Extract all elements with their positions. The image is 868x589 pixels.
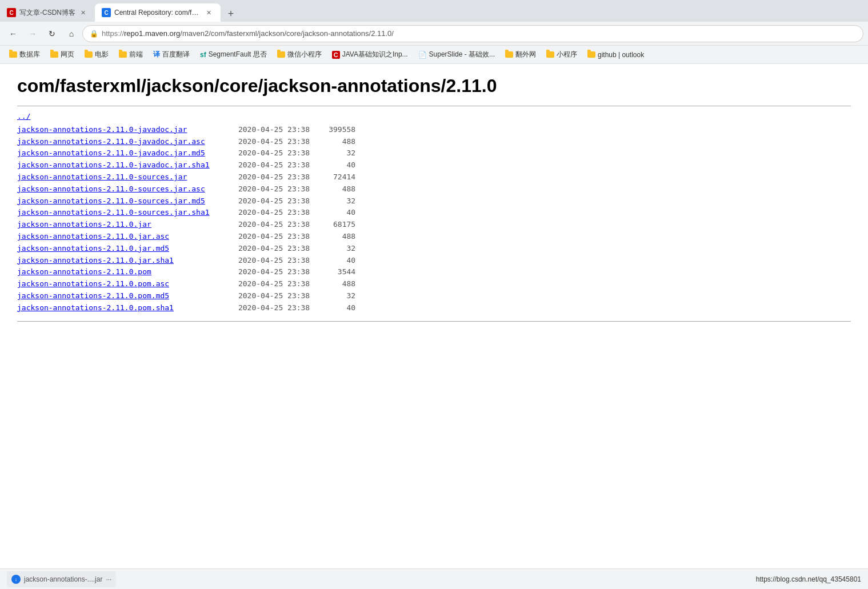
bookmark-webpages[interactable]: 网页: [46, 49, 79, 61]
page-icon: 📄: [418, 51, 427, 59]
file-date: 2020-04-25 23:38: [211, 183, 310, 195]
bookmark-baidu-translate[interactable]: 译 百度翻译: [149, 49, 194, 61]
folder-icon: [505, 51, 513, 58]
file-date: 2020-04-25 23:38: [211, 171, 310, 183]
back-button[interactable]: ←: [5, 25, 22, 42]
file-link[interactable]: jackson-annotations-2.11.0-sources.jar.m…: [17, 195, 211, 207]
file-row: jackson-annotations-2.11.0-javadoc.jar.s…: [17, 159, 851, 171]
folder-icon: [587, 51, 595, 58]
file-row: jackson-annotations-2.11.0-sources.jar.s…: [17, 207, 851, 219]
file-size: 40: [310, 159, 355, 171]
url-domain: repo1.maven.org: [124, 29, 180, 38]
file-size: 488: [310, 136, 355, 148]
bookmark-webpages-label: 网页: [61, 50, 74, 59]
file-size: 488: [310, 183, 355, 195]
folder-icon: [277, 51, 285, 58]
file-size: 68175: [310, 219, 355, 231]
bookmark-github-outlook-label: github | outlook: [598, 51, 644, 59]
forward-button[interactable]: →: [24, 25, 41, 42]
home-button[interactable]: ⌂: [63, 25, 80, 42]
file-row: jackson-annotations-2.11.0-sources.jar 2…: [17, 171, 851, 183]
file-row: jackson-annotations-2.11.0-sources.jar.a…: [17, 183, 851, 195]
bookmark-java-basics-label: JAVA基础知识之Inp...: [342, 50, 408, 59]
file-link[interactable]: jackson-annotations-2.11.0.pom.asc: [17, 278, 211, 290]
file-link[interactable]: jackson-annotations-2.11.0.pom.sha1: [17, 302, 211, 314]
bookmark-superslide[interactable]: 📄 SuperSlide - 基础效...: [414, 49, 499, 61]
tab-bar: C 写文章-CSDN博客 ✕ C Central Repository: com…: [0, 0, 868, 22]
tab-csdn-close[interactable]: ✕: [78, 7, 88, 18]
file-row: jackson-annotations-2.11.0.jar.sha1 2020…: [17, 255, 851, 267]
bookmark-fanwai[interactable]: 翻外网: [501, 49, 541, 61]
file-link[interactable]: jackson-annotations-2.11.0.pom: [17, 266, 211, 278]
file-size: 32: [310, 243, 355, 255]
status-url: https://blog.csdn.net/qq_43545801: [756, 575, 861, 583]
csdn-favicon: C: [7, 8, 16, 17]
file-date: 2020-04-25 23:38: [211, 231, 310, 243]
file-size: 32: [310, 290, 355, 302]
file-size: 399558: [310, 124, 355, 136]
bookmark-wechat-mini[interactable]: 微信小程序: [273, 49, 326, 61]
file-row: jackson-annotations-2.11.0.jar.asc 2020-…: [17, 231, 851, 243]
file-row: jackson-annotations-2.11.0.pom.asc 2020-…: [17, 278, 851, 290]
file-date: 2020-04-25 23:38: [211, 159, 310, 171]
file-row: jackson-annotations-2.11.0-javadoc.jar 2…: [17, 124, 851, 136]
file-link[interactable]: jackson-annotations-2.11.0-javadoc.jar.m…: [17, 147, 211, 159]
download-more[interactable]: ···: [106, 575, 111, 583]
file-link[interactable]: jackson-annotations-2.11.0-javadoc.jar.s…: [17, 159, 211, 171]
file-link[interactable]: jackson-annotations-2.11.0-javadoc.jar.a…: [17, 136, 211, 148]
bookmark-movies[interactable]: 电影: [80, 49, 113, 61]
url-protocol: https://: [102, 29, 124, 38]
file-date: 2020-04-25 23:38: [211, 302, 310, 314]
address-bar[interactable]: 🔒 https://repo1.maven.org/maven2/com/fas…: [82, 25, 863, 42]
sf-icon: sf: [200, 51, 206, 59]
status-bar: ↓ jackson-annotations-....jar ··· https:…: [0, 568, 868, 589]
download-label: jackson-annotations-....jar: [24, 575, 102, 583]
tab-repo[interactable]: C Central Repository: com/fasterxm... ✕: [95, 3, 221, 22]
csdn-icon: C: [332, 51, 340, 59]
new-tab-button[interactable]: +: [223, 6, 239, 22]
file-date: 2020-04-25 23:38: [211, 243, 310, 255]
bookmark-superslide-label: SuperSlide - 基础效...: [429, 50, 495, 59]
file-link[interactable]: jackson-annotations-2.11.0-javadoc.jar: [17, 124, 211, 136]
status-left: ↓ jackson-annotations-....jar ···: [7, 571, 116, 587]
file-size: 3544: [310, 266, 355, 278]
bookmark-databases[interactable]: 数据库: [5, 49, 45, 61]
file-link[interactable]: jackson-annotations-2.11.0.jar: [17, 219, 211, 231]
file-link[interactable]: jackson-annotations-2.11.0.jar.asc: [17, 231, 211, 243]
file-row: jackson-annotations-2.11.0.pom 2020-04-2…: [17, 266, 851, 278]
file-date: 2020-04-25 23:38: [211, 195, 310, 207]
file-link[interactable]: jackson-annotations-2.11.0.jar.sha1: [17, 255, 211, 267]
file-row: jackson-annotations-2.11.0-javadoc.jar.m…: [17, 147, 851, 159]
bookmark-mini-program[interactable]: 小程序: [542, 49, 582, 61]
download-item[interactable]: ↓ jackson-annotations-....jar ···: [7, 571, 116, 587]
file-link[interactable]: jackson-annotations-2.11.0.pom.md5: [17, 290, 211, 302]
file-link[interactable]: jackson-annotations-2.11.0-sources.jar.s…: [17, 207, 211, 219]
bookmark-segmentfault[interactable]: sf SegmentFault 思否: [195, 49, 271, 61]
translate-icon: 译: [153, 50, 160, 59]
reload-button[interactable]: ↻: [43, 25, 61, 42]
tab-repo-close[interactable]: ✕: [203, 7, 214, 18]
file-size: 32: [310, 147, 355, 159]
file-size: 40: [310, 255, 355, 267]
file-date: 2020-04-25 23:38: [211, 278, 310, 290]
file-size: 32: [310, 195, 355, 207]
bookmark-frontend-label: 前端: [129, 50, 143, 59]
tab-csdn[interactable]: C 写文章-CSDN博客 ✕: [0, 3, 95, 22]
browser-chrome: C 写文章-CSDN博客 ✕ C Central Repository: com…: [0, 0, 868, 64]
file-link[interactable]: jackson-annotations-2.11.0-sources.jar: [17, 171, 211, 183]
bookmark-fanwai-label: 翻外网: [515, 50, 536, 59]
bookmark-java-basics[interactable]: C JAVA基础知识之Inp...: [327, 49, 413, 61]
bookmarks-bar: 数据库 网页 电影 前端 译 百度翻译 sf SegmentFault 思否 微…: [0, 46, 868, 64]
nav-bar: ← → ↻ ⌂ 🔒 https://repo1.maven.org/maven2…: [0, 22, 868, 46]
file-link[interactable]: jackson-annotations-2.11.0.jar.md5: [17, 243, 211, 255]
bottom-separator: [17, 321, 851, 322]
file-link[interactable]: jackson-annotations-2.11.0-sources.jar.a…: [17, 183, 211, 195]
bookmark-github-outlook[interactable]: github | outlook: [583, 50, 649, 60]
url-path: /maven2/com/fasterxml/jackson/core/jacks…: [180, 29, 394, 38]
file-row: jackson-annotations-2.11.0-sources.jar.m…: [17, 195, 851, 207]
repo-favicon: C: [102, 8, 111, 17]
parent-link[interactable]: ../: [17, 111, 851, 123]
file-date: 2020-04-25 23:38: [211, 255, 310, 267]
file-listing: ../ jackson-annotations-2.11.0-javadoc.j…: [17, 111, 851, 314]
bookmark-frontend[interactable]: 前端: [114, 49, 147, 61]
